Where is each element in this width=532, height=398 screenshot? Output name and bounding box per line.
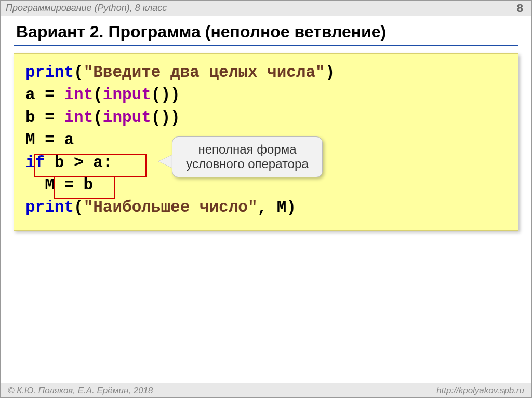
footer-url: http://kpolyakov.spb.ru	[436, 386, 524, 396]
paren-r: )	[325, 63, 335, 81]
if-keyword: if	[25, 154, 45, 172]
page-number: 8	[517, 2, 526, 15]
header-bar: Программирование (Python), 8 класс 8	[1, 1, 531, 16]
int-fn: int	[64, 86, 93, 104]
string-literal: "Наибольшее число"	[84, 198, 258, 216]
callout-box: неполная форма условного оператора	[172, 136, 323, 177]
condition: b > a:	[45, 154, 112, 172]
assign-a: a =	[25, 86, 64, 104]
code-line-7: print("Наибольшее число", M)	[25, 196, 507, 218]
print-keyword: print	[25, 63, 74, 81]
title-underline	[14, 45, 518, 46]
paren: (	[93, 86, 103, 104]
code-line-2: a = int(input())	[25, 84, 507, 106]
paren-close: ())	[151, 86, 180, 104]
paren-l: (	[74, 63, 84, 81]
input-fn: input	[103, 108, 151, 127]
slide-title: Вариант 2. Программа (неполное ветвление…	[1, 16, 531, 45]
paren-close: ())	[151, 108, 180, 127]
code-line-3: b = int(input())	[25, 106, 507, 129]
assign-b: b =	[25, 108, 64, 127]
string-literal: "Введите два целых числа"	[84, 63, 325, 81]
print-keyword: print	[25, 198, 74, 216]
int-fn: int	[64, 108, 93, 127]
paren: (	[93, 108, 103, 127]
code-line-1: print("Введите два целых числа")	[25, 61, 507, 84]
input-fn: input	[103, 86, 151, 104]
copyright: © К.Ю. Поляков, Е.А. Ерёмин, 2018	[8, 386, 153, 396]
footer-bar: © К.Ю. Поляков, Е.А. Ерёмин, 2018 http:/…	[1, 383, 531, 397]
course-label: Программирование (Python), 8 класс	[6, 3, 167, 13]
slide: Программирование (Python), 8 класс 8 Вар…	[0, 0, 532, 398]
paren-l: (	[74, 198, 84, 216]
rest: , M)	[257, 198, 296, 216]
